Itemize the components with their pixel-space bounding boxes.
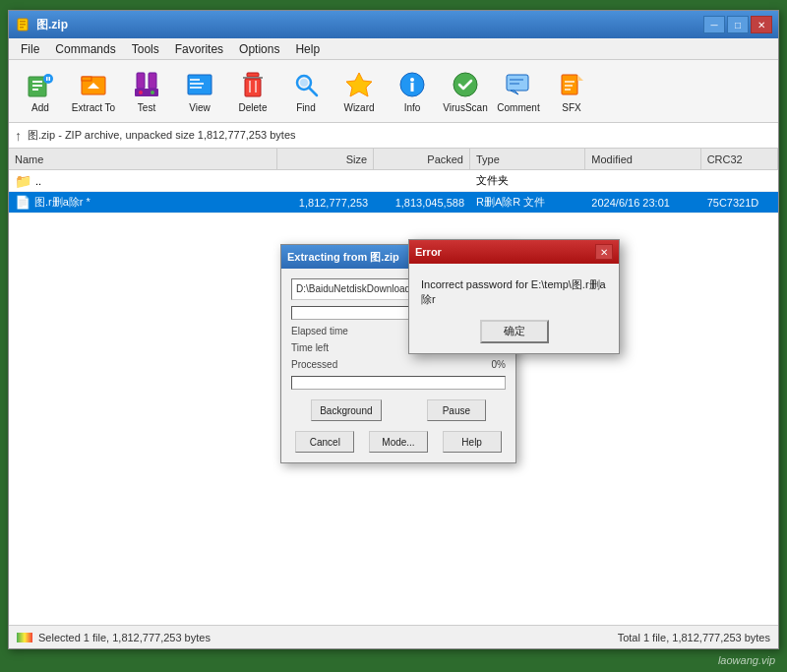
error-close-button[interactable]: ✕	[595, 244, 613, 260]
toolbar-find-label: Find	[296, 102, 315, 113]
toolbar-sfx[interactable]: SFX	[546, 64, 597, 119]
svg-rect-33	[411, 83, 414, 92]
app-icon	[15, 17, 30, 32]
up-button[interactable]: ↑	[15, 128, 22, 144]
toolbar-test[interactable]: Test	[121, 64, 172, 119]
toolbar-wizard[interactable]: Wizard	[333, 64, 385, 119]
svg-rect-6	[32, 85, 42, 87]
status-left: Selected 1 file, 1,812,777,253 bytes	[17, 632, 211, 643]
svg-rect-7	[32, 89, 38, 91]
toolbar-delete[interactable]: Delete	[227, 64, 278, 119]
svg-point-35	[454, 73, 477, 96]
extract-icon	[78, 69, 109, 100]
toolbar-virusscan-label: VirusScan	[443, 102, 487, 113]
svg-rect-44	[565, 89, 571, 91]
col-header-packed[interactable]: Packed	[374, 149, 470, 169]
toolbar-delete-label: Delete	[239, 102, 268, 113]
menu-bar: File Commands Tools Favorites Options He…	[9, 38, 778, 60]
svg-rect-23	[247, 73, 259, 77]
delete-icon	[237, 69, 269, 100]
comment-icon	[503, 69, 534, 100]
svg-line-30	[309, 88, 317, 95]
status-icon	[17, 633, 32, 642]
file-name-cell: 📄 图.r删a除r *	[9, 193, 277, 212]
help-button[interactable]: Help	[443, 431, 502, 453]
view-icon	[184, 69, 215, 100]
svg-rect-21	[190, 83, 204, 85]
timeleft-label: Time left	[291, 342, 329, 353]
svg-rect-42	[565, 81, 575, 83]
maximize-button[interactable]: □	[727, 16, 749, 33]
svg-rect-16	[135, 89, 158, 96]
add-icon	[25, 69, 56, 100]
error-ok-button[interactable]: 确定	[480, 320, 549, 343]
cancel-button[interactable]: Cancel	[295, 431, 354, 453]
toolbar: Add Extract To T	[9, 60, 778, 123]
status-bar: Selected 1 file, 1,812,777,253 bytes Tot…	[9, 625, 778, 648]
toolbar-comment[interactable]: Comment	[493, 64, 544, 119]
menu-help[interactable]: Help	[287, 40, 328, 58]
file-packed-cell	[374, 179, 470, 183]
pause-button[interactable]: Pause	[427, 399, 486, 421]
title-bar: 图.zip ─ □ ✕	[9, 11, 778, 38]
toolbar-comment-label: Comment	[497, 102, 539, 113]
col-header-crc32[interactable]: CRC32	[701, 149, 778, 169]
table-row[interactable]: 📁 .. 文件夹	[9, 170, 778, 192]
toolbar-info[interactable]: Info	[387, 64, 438, 119]
toolbar-add[interactable]: Add	[15, 64, 66, 119]
toolbar-virusscan[interactable]: VirusScan	[440, 64, 491, 119]
minimize-button[interactable]: ─	[703, 16, 725, 33]
file-name-cell: 📁 ..	[9, 171, 277, 191]
svg-rect-38	[510, 79, 523, 81]
mode-button[interactable]: Mode...	[369, 431, 428, 453]
file-crc32-cell: 75C7321D	[701, 195, 778, 211]
svg-rect-26	[249, 81, 251, 92]
toolbar-extract-label: Extract To	[72, 102, 115, 113]
col-header-size[interactable]: Size	[277, 149, 374, 169]
svg-rect-14	[137, 73, 145, 89]
table-row[interactable]: 📄 图.r删a除r * 1,812,777,253 1,813,045,588 …	[9, 192, 778, 214]
svg-point-17	[139, 91, 143, 94]
col-header-name[interactable]: Name	[9, 149, 277, 169]
toolbar-view[interactable]: View	[174, 64, 225, 119]
watermark: laowang.vip	[718, 654, 775, 666]
toolbar-find[interactable]: Find	[280, 64, 332, 119]
svg-marker-31	[346, 73, 372, 96]
wizard-icon	[343, 69, 375, 100]
error-body: Incorrect password for E:\temp\图.r删a除r 确…	[409, 264, 619, 353]
col-header-modified[interactable]: Modified	[585, 149, 700, 169]
close-button[interactable]: ✕	[751, 16, 772, 33]
col-header-type[interactable]: Type	[470, 149, 585, 169]
svg-point-29	[300, 79, 308, 87]
svg-rect-43	[565, 85, 573, 87]
toolbar-info-label: Info	[404, 102, 421, 113]
svg-rect-15	[149, 73, 156, 89]
svg-rect-12	[82, 77, 91, 81]
menu-options[interactable]: Options	[231, 40, 287, 58]
toolbar-add-label: Add	[31, 102, 49, 113]
column-header: Name Size Packed Type Modified CRC32	[9, 149, 778, 170]
menu-favorites[interactable]: Favorites	[167, 40, 231, 58]
toolbar-sfx-label: SFX	[562, 102, 580, 113]
svg-rect-1	[20, 21, 26, 23]
window-title: 图.zip	[36, 17, 703, 33]
virusscan-icon	[450, 69, 481, 100]
menu-file[interactable]: File	[13, 40, 47, 58]
svg-rect-20	[190, 79, 200, 81]
error-dialog: Error ✕ Incorrect password for E:\temp\图…	[408, 239, 620, 354]
file-size-cell	[277, 179, 374, 183]
menu-commands[interactable]: Commands	[47, 40, 123, 58]
status-total: Total 1 file, 1,812,777,253 bytes	[618, 632, 770, 643]
svg-rect-10	[48, 76, 49, 83]
background-button[interactable]: Background	[311, 399, 381, 421]
svg-rect-25	[245, 79, 261, 96]
menu-tools[interactable]: Tools	[124, 40, 167, 58]
toolbar-extract[interactable]: Extract To	[68, 64, 119, 119]
folder-up-icon: 📁	[15, 173, 31, 189]
svg-rect-5	[32, 81, 42, 83]
toolbar-view-label: View	[189, 102, 211, 113]
status-selected: Selected 1 file, 1,812,777,253 bytes	[38, 632, 211, 643]
extract-processed-row: Processed 0%	[291, 359, 506, 370]
find-icon	[290, 69, 322, 100]
file-modified-cell	[585, 179, 700, 183]
